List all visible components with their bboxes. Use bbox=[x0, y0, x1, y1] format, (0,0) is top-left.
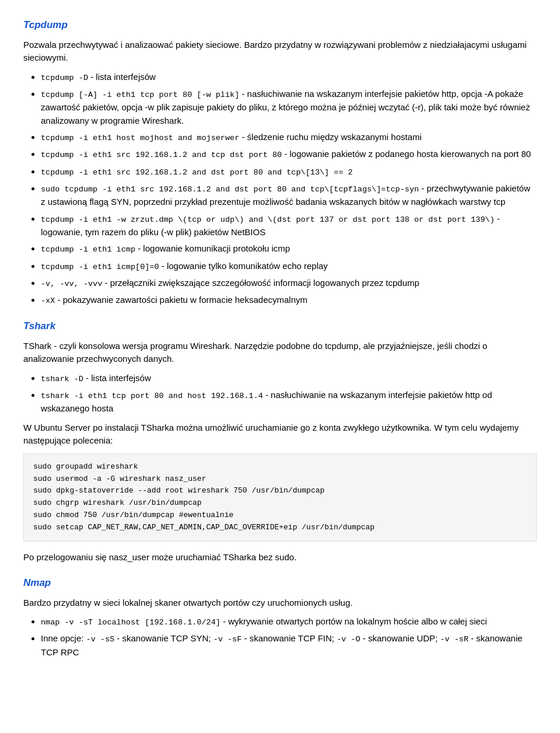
code-inline: tcpdump -i eth1 src 192.168.1.2 and dst … bbox=[41, 168, 353, 177]
list-item: tcpdump -i eth1 icmp[0]=0 - logowanie ty… bbox=[41, 260, 537, 273]
item-text-prefix: Inne opcje: bbox=[41, 633, 86, 643]
tshark-code-block: sudo groupadd wireshark sudo usermod -a … bbox=[23, 453, 537, 542]
item-text: - logowanie komunikacji protokołu icmp bbox=[135, 243, 290, 253]
list-item: nmap -v -sT localhost [192.168.1.0/24] -… bbox=[41, 615, 537, 629]
nmap-intro: Bardzo przydatny w sieci lokalnej skaner… bbox=[23, 596, 537, 610]
code-inline: tshark -D bbox=[41, 375, 83, 383]
list-item: tcpdump [-A] -i eth1 tcp port 80 [-w pli… bbox=[41, 88, 537, 127]
tshark-title: Tshark bbox=[23, 319, 537, 334]
code-inline: -v -sR bbox=[440, 635, 468, 644]
tshark-list: tshark -D - lista interfejsów tshark -i … bbox=[41, 372, 537, 416]
item-text: - skanowanie TCP SYN; bbox=[114, 633, 214, 643]
tcpdump-list: tcpdump -D - lista interfejsów tcpdump [… bbox=[41, 71, 537, 308]
code-inline: tcpdump -D bbox=[41, 74, 88, 82]
tcpdump-section: Tcpdump Pozwala przechwytywać i analizao… bbox=[23, 18, 537, 307]
item-text: - logowanie tylko komunikatów echo repla… bbox=[159, 261, 328, 271]
code-inline: nmap -v -sT localhost [192.168.1.0/24] bbox=[41, 618, 220, 627]
list-item: tcpdump -i eth1 -w zrzut.dmp \(tcp or ud… bbox=[41, 212, 537, 239]
tcpdump-title: Tcpdump bbox=[23, 18, 537, 33]
tcpdump-intro: Pozwala przechwytywać i analizaować paki… bbox=[23, 39, 537, 65]
tshark-section: Tshark TShark - czyli konsolowa wersja p… bbox=[23, 319, 537, 564]
list-item: tshark -i eth1 tcp port 80 and host 192.… bbox=[41, 389, 537, 416]
item-text: - lista interfejsów bbox=[88, 72, 156, 82]
list-item: tcpdump -D - lista interfejsów bbox=[41, 71, 537, 84]
code-inline: -v -sS bbox=[86, 635, 115, 644]
code-inline: tcpdump -i eth1 src 192.168.1.2 and tcp … bbox=[41, 151, 282, 159]
tshark-extra-para: W Ubuntu Server po instalacji TSharka mo… bbox=[23, 421, 537, 448]
code-inline: tcpdump -i eth1 icmp[0]=0 bbox=[41, 263, 159, 271]
code-inline: sudo tcpdump -i eth1 src 192.168.1.2 and… bbox=[41, 185, 419, 194]
nmap-list: nmap -v -sT localhost [192.168.1.0/24] -… bbox=[41, 615, 537, 659]
item-text: - wykrywanie otwartych portów na lokalny… bbox=[220, 616, 487, 626]
code-inline: tcpdump -i eth1 icmp bbox=[41, 245, 135, 254]
nmap-section: Nmap Bardzo przydatny w sieci lokalnej s… bbox=[23, 575, 537, 659]
list-item: sudo tcpdump -i eth1 src 192.168.1.2 and… bbox=[41, 182, 537, 209]
code-inline: -xX bbox=[41, 296, 55, 305]
code-inline: -v, -vv, -vvv bbox=[41, 280, 102, 288]
code-inline: tcpdump -i eth1 -w zrzut.dmp \(tcp or ud… bbox=[41, 215, 495, 224]
list-item: tcpdump -i eth1 host mojhost and mojserw… bbox=[41, 131, 537, 144]
list-item: tcpdump -i eth1 src 192.168.1.2 and tcp … bbox=[41, 148, 537, 161]
item-text: - skanowanie UDP; bbox=[360, 633, 440, 643]
code-inline: tshark -i eth1 tcp port 80 and host 192.… bbox=[41, 392, 263, 400]
list-item: -xX - pokazywanie zawartości pakietu w f… bbox=[41, 294, 537, 307]
item-text: - pokazywanie zawartości pakietu w forma… bbox=[55, 295, 307, 305]
code-inline: tcpdump [-A] -i eth1 tcp port 80 [-w pli… bbox=[41, 90, 239, 99]
list-item: Inne opcje: -v -sS - skanowanie TCP SYN;… bbox=[41, 632, 537, 659]
item-text: - logowanie pakietów z podanego hosta ki… bbox=[282, 149, 531, 159]
item-text: - śledzenie ruchu między wskazanymi host… bbox=[239, 132, 422, 142]
tshark-extra-para2: Po przelogowaniu się nasz_user może uruc… bbox=[23, 551, 537, 564]
item-text: - przełączniki zwiększające szczegółowoś… bbox=[102, 278, 419, 288]
item-text: - lista interfejsów bbox=[83, 373, 151, 383]
nmap-title: Nmap bbox=[23, 575, 537, 591]
tshark-intro: TShark - czyli konsolowa wersja programu… bbox=[23, 340, 537, 366]
list-item: -v, -vv, -vvv - przełączniki zwiększając… bbox=[41, 277, 537, 290]
code-inline: tcpdump -i eth1 host mojhost and mojserw… bbox=[41, 134, 239, 142]
list-item: tshark -D - lista interfejsów bbox=[41, 372, 537, 385]
code-inline: -v -sF bbox=[214, 635, 242, 644]
code-inline: -v -O bbox=[337, 635, 360, 644]
list-item: tcpdump -i eth1 icmp - logowanie komunik… bbox=[41, 242, 537, 256]
list-item: tcpdump -i eth1 src 192.168.1.2 and dst … bbox=[41, 165, 537, 179]
item-text: - skanowanie TCP FIN; bbox=[242, 633, 337, 643]
